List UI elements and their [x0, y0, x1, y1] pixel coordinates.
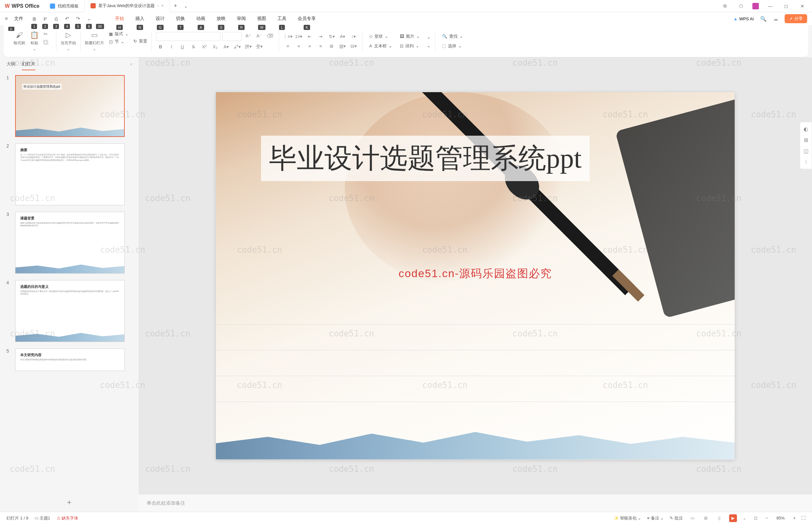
- thumb-image[interactable]: 本文研究内容 本文主要研究内容包括系统需求分析系统设计数据库设计以及系统实现等方…: [15, 348, 125, 371]
- tab-tools[interactable]: 工具L: [278, 13, 286, 24]
- line-spacing-icon[interactable]: ⇅▾: [327, 33, 336, 40]
- bold-icon[interactable]: B: [156, 43, 165, 51]
- thumbnail-item[interactable]: 1 毕业设计选题管理系统ppt: [6, 75, 132, 137]
- superscript-icon[interactable]: X²: [200, 43, 209, 51]
- arrange-button[interactable]: ⊡排列⌄: [397, 42, 422, 50]
- select-button[interactable]: ⬚选择⌄: [440, 42, 466, 50]
- share-button[interactable]: ↗分享: [784, 14, 807, 23]
- slide-counter[interactable]: 幻灯片 1 / 9: [6, 515, 28, 521]
- underline-icon[interactable]: U: [178, 43, 187, 51]
- font-color-icon[interactable]: A▾: [222, 43, 231, 51]
- tab-menu-icon[interactable]: ⌄: [184, 3, 188, 9]
- cut-icon[interactable]: ✂: [44, 31, 49, 37]
- decrease-indent-icon[interactable]: ⇤: [305, 33, 314, 40]
- file-menu[interactable]: 文件: [10, 15, 27, 23]
- align-center-icon[interactable]: ≡: [294, 42, 303, 50]
- increase-indent-icon[interactable]: ⇥: [316, 33, 325, 40]
- decrease-font-icon[interactable]: A⁻: [254, 32, 264, 39]
- strikethrough-icon[interactable]: S̶: [189, 43, 198, 51]
- slides-tab[interactable]: 幻灯片: [22, 61, 35, 70]
- notes-button[interactable]: ≡ 备注 ⌄: [647, 515, 664, 521]
- close-icon[interactable]: ×: [162, 3, 164, 8]
- side-tool-4[interactable]: ⁝: [800, 159, 812, 165]
- dropdown-icon[interactable]: ⌄6: [84, 14, 94, 23]
- side-tool-1[interactable]: ◐: [800, 126, 812, 132]
- undo-icon[interactable]: ↶4: [63, 14, 71, 23]
- thumb-image[interactable]: 摘要 在二十一世纪的今天信息技术已经深入到了各个领域，信息管理系统的开发和应用也…: [15, 143, 125, 205]
- normal-view-icon[interactable]: ▭: [689, 514, 696, 522]
- clear-format-icon[interactable]: ⌫: [266, 32, 275, 39]
- tab-insert[interactable]: 插入N: [135, 13, 144, 24]
- text-direction-icon[interactable]: ↕▾: [349, 33, 358, 40]
- hamburger-icon[interactable]: ≡: [5, 16, 8, 21]
- tab-design[interactable]: 设计G: [156, 13, 165, 24]
- zoom-in-button[interactable]: +: [793, 515, 796, 521]
- thumbnail-item[interactable]: 5 本文研究内容 本文主要研究内容包括系统需求分析系统设计数据库设计以及系统实现…: [6, 348, 132, 371]
- textbox-button[interactable]: A文本框⌄: [367, 42, 395, 50]
- thumb-image[interactable]: 选题的目的与意义 本课题的研究目的在于通过开发一套完整的毕业设计选题管理系统来提…: [15, 280, 125, 342]
- sorter-view-icon[interactable]: ⊞: [702, 514, 710, 522]
- font-family-select[interactable]: [156, 32, 220, 41]
- copy-icon[interactable]: ⿻: [44, 39, 49, 46]
- distribute-icon[interactable]: ⊞: [327, 42, 336, 50]
- format-brush-button[interactable]: 🖌格式刷: [14, 31, 25, 51]
- increase-font-icon[interactable]: A⁺: [244, 32, 253, 39]
- print-icon[interactable]: P2: [40, 14, 50, 23]
- new-slide-button[interactable]: ▭新建幻灯片⌄: [85, 31, 104, 51]
- tab-start[interactable]: 开始H: [115, 13, 124, 24]
- change-case-icon[interactable]: 变▾: [254, 43, 264, 51]
- tab-review[interactable]: 审阅R: [237, 13, 246, 24]
- slide[interactable]: 毕业设计选题管理系统ppt code51.cn-源码乐园盗图必究: [216, 92, 735, 460]
- italic-icon[interactable]: I: [167, 43, 176, 51]
- notes-area[interactable]: 单击此处添加备注: [138, 494, 812, 512]
- tab-template[interactable]: 找稻壳模板: [44, 0, 85, 12]
- fit-view-icon[interactable]: ⊡: [752, 514, 760, 522]
- thumbnail-item[interactable]: 4 选题的目的与意义 本课题的研究目的在于通过开发一套完整的毕业设计选题管理系统…: [6, 280, 132, 342]
- add-slide-button[interactable]: +: [0, 493, 138, 512]
- window-tabs-icon[interactable]: ⧉: [720, 3, 730, 9]
- search-icon[interactable]: 🔍: [760, 16, 766, 22]
- avatar[interactable]: [752, 3, 759, 9]
- outline-tab[interactable]: 大纲: [6, 61, 15, 70]
- shape-button[interactable]: ◇形状⌄: [367, 33, 395, 40]
- smart-beautify-button[interactable]: ✨ 智能美化 ⌄: [614, 515, 641, 521]
- zoom-level[interactable]: 95%: [774, 515, 787, 521]
- add-tab-button[interactable]: +: [170, 3, 181, 9]
- pinyin-icon[interactable]: 拼▾: [244, 43, 253, 51]
- align-vertical-icon[interactable]: ⊟▾: [349, 42, 358, 50]
- comments-button[interactable]: ✎ 批注: [669, 515, 683, 521]
- layout-button[interactable]: ▦版式⌄: [109, 31, 129, 37]
- thumb-image[interactable]: 课题背景 随着互联网技术的飞速发展传统的毕业设计选题管理方式已经不能满足现代高校…: [15, 212, 125, 274]
- slide-canvas[interactable]: 毕业设计选题管理系统ppt code51.cn-源码乐园盗图必究: [138, 58, 812, 494]
- thumbnail-item[interactable]: 3 课题背景 随着互联网技术的飞速发展传统的毕业设计选题管理方式已经不能满足现代…: [6, 212, 132, 274]
- fit-screen-button[interactable]: ⛶: [801, 515, 806, 521]
- tab-transition[interactable]: 切换T: [176, 13, 185, 24]
- side-tool-3[interactable]: ◫: [800, 148, 812, 154]
- font-size-select[interactable]: [222, 32, 242, 41]
- print-preview-icon[interactable]: ⎙3: [52, 14, 61, 23]
- fill-dropdown-icon[interactable]: ⌄: [427, 34, 431, 40]
- slideshow-view-icon[interactable]: ▶: [729, 514, 737, 522]
- tab-slideshow[interactable]: 放映S: [217, 13, 226, 24]
- reset-button[interactable]: ↻重置: [133, 31, 147, 51]
- redo-icon[interactable]: ↷5: [73, 14, 82, 23]
- more-icon[interactable]: 00: [95, 14, 104, 23]
- image-button[interactable]: 🖼图片⌄: [397, 33, 422, 40]
- cube-icon[interactable]: ⬡: [736, 3, 746, 9]
- maximize-button[interactable]: ◻: [781, 3, 791, 9]
- slide-title[interactable]: 毕业设计选题管理系统ppt: [261, 136, 590, 181]
- subscript-icon[interactable]: X₂: [211, 43, 220, 51]
- paste-button[interactable]: 📋粘贴⌄: [30, 31, 39, 51]
- text-style-icon[interactable]: A▾: [338, 33, 347, 40]
- find-button[interactable]: 🔍查找⌄: [440, 33, 466, 40]
- outline-dropdown-icon[interactable]: ⌄: [427, 43, 431, 49]
- side-tool-2[interactable]: ⊞: [800, 137, 812, 143]
- section-button[interactable]: ◫节⌄: [109, 39, 129, 45]
- tab-animation[interactable]: 动画A: [196, 13, 205, 24]
- save-icon[interactable]: 🗎1: [30, 14, 39, 23]
- numbering-icon[interactable]: 1≡▾: [294, 33, 303, 40]
- thumb-image[interactable]: 毕业设计选题管理系统ppt: [15, 75, 125, 137]
- theme-indicator[interactable]: ⬭ 主题1: [35, 515, 50, 521]
- missing-font-indicator[interactable]: ⚠ 缺失字体: [57, 515, 79, 521]
- collapse-icon[interactable]: ‹: [131, 61, 132, 70]
